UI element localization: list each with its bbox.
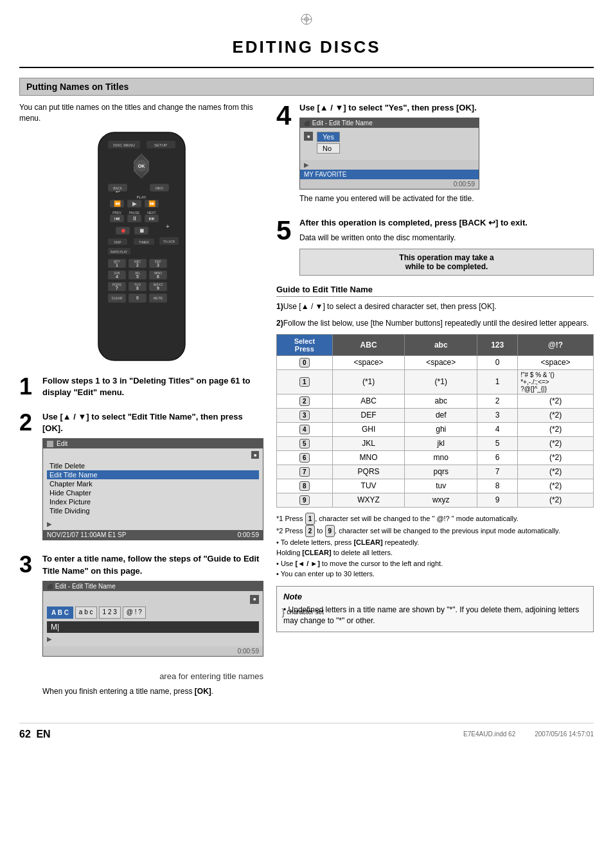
td-abc-lower-9: wxyz	[405, 493, 477, 507]
table-row: 8 TUV tuv 8 (*2)	[277, 479, 594, 493]
td-abc-lower-0: <space>	[405, 355, 477, 369]
step-2: 2 Use [▲ / ▼] to select "Edit Title Name…	[19, 411, 263, 544]
footer-date: 2007/05/16 14:57:01	[535, 731, 594, 738]
td-abc-5: JKL	[332, 436, 405, 450]
step-3: 3 To enter a title name, follow the step…	[19, 553, 263, 700]
svg-text:RAPID PLAY: RAPID PLAY	[110, 251, 127, 254]
svg-text:PAUSE: PAUSE	[129, 211, 139, 215]
svg-text:TIMER: TIMER	[139, 240, 149, 244]
td-abc-lower-2: abc	[405, 394, 477, 408]
footnotes: *1 Press 1, character set will be change…	[276, 513, 594, 580]
step-3-screen: ⬛ Edit - Edit Title Name ■ A B C a b c	[42, 581, 263, 657]
step-1-content: Follow steps 1 to 3 in "Deleting Titles"…	[42, 375, 263, 402]
td-special-9: (*2)	[518, 493, 594, 507]
step-5-heading: After this operation is completed, press…	[299, 217, 594, 229]
note-title: Note	[283, 592, 587, 601]
th-select-press: SelectPress	[277, 334, 333, 355]
svg-text:8: 8	[136, 286, 139, 290]
svg-text:PLAY: PLAY	[136, 195, 146, 199]
td-123-5: 5	[477, 436, 518, 450]
warning-box: This operation may take awhile to be com…	[299, 249, 594, 276]
td-special-2: (*2)	[518, 394, 594, 408]
td-123-9: 9	[477, 493, 518, 507]
td-special-8: (*2)	[518, 479, 594, 493]
step-3-screen-body: ■ A B C a b c 1 2 3 @ ! ? M| ▶	[43, 591, 263, 646]
btn-7: 7	[277, 465, 333, 479]
svg-text:NEXT: NEXT	[147, 211, 155, 215]
menu-item-5: Title Dividing	[47, 506, 259, 515]
step-4-screen-body: ■ Yes No	[300, 128, 479, 160]
area-label: area for entering title names	[42, 671, 263, 682]
svg-text:6: 6	[157, 274, 159, 279]
svg-text:⏹: ⏹	[138, 227, 144, 234]
table-row: 3 DEF def 3 (*2)	[277, 408, 594, 422]
footer-meta: E7E4AUD.indd 62 2007/05/16 14:57:01	[463, 731, 594, 738]
td-123-1: 1	[477, 369, 518, 394]
step-5-content: After this operation is completed, press…	[299, 217, 594, 276]
step-2-content: Use [▲ / ▼] to select "Edit Title Name",…	[42, 411, 263, 544]
screen-footer-left: NOV/21/07 11:00AM E1 SP	[47, 531, 126, 538]
td-123-6: 6	[477, 450, 518, 465]
td-abc-lower-3: def	[405, 408, 477, 422]
menu-item-1: Edit Title Name	[47, 470, 259, 479]
step-4: 4 Use [▲ / ▼] to select "Yes", then pres…	[276, 102, 594, 208]
td-123-4: 4	[477, 422, 518, 436]
table-row: 6 MNO mno 6 (*2)	[277, 450, 594, 465]
table-row: 9 WXYZ wxyz 9 (*2)	[277, 493, 594, 507]
svg-text:⏩: ⏩	[148, 200, 155, 208]
char-table: SelectPress ABC abc 123 @!? 0 <space> <s…	[276, 334, 594, 508]
td-123-3: 3	[477, 408, 518, 422]
footnote-2: *2 Press 2 to 9, character set will be c…	[276, 525, 594, 537]
td-abc-lower-7: pqrs	[405, 465, 477, 479]
td-abc-lower-4: ghi	[405, 422, 477, 436]
step-4-number: 4	[276, 102, 294, 129]
table-row: 2 ABC abc 2 (*2)	[277, 394, 594, 408]
td-special-6: (*2)	[518, 450, 594, 465]
screen-footer-right: 0:00:59	[238, 531, 259, 538]
td-special-4: (*2)	[518, 422, 594, 436]
step-2-number: 2	[19, 411, 37, 434]
top-decoration	[19, 13, 594, 28]
btn-5: 5	[277, 436, 333, 450]
td-special-1: !"# $ % & '()*+,-./:;<=>?@[]^_{|}	[518, 369, 594, 394]
page-footer: 62 EN E7E4AUD.indd 62 2007/05/16 14:57:0…	[19, 723, 594, 740]
menu-item-3: Hide Chapter	[47, 488, 259, 497]
svg-text:CLEAR: CLEAR	[111, 296, 122, 300]
step-2-screen: Edit ■ Title Delete Edit Title Name Chap…	[42, 438, 263, 540]
guide-title: Guide to Edit Title Name	[276, 285, 594, 297]
section-title: Putting Names on Titles	[19, 78, 594, 96]
svg-text:SKIP: SKIP	[114, 240, 121, 244]
footnote-4: • Use [◄ / ►] to move the cursor to the …	[276, 558, 594, 569]
td-abc-8: TUV	[332, 479, 405, 493]
btn-4: 4	[277, 422, 333, 436]
guide-instruction-1: 1)Use [▲ / ▼] to select a desired charac…	[276, 301, 594, 312]
page-header: EDITING DISCS	[19, 31, 594, 68]
svg-text:SETUP: SETUP	[154, 143, 166, 147]
svg-text:9: 9	[157, 286, 159, 290]
btn-6: 6	[277, 450, 333, 465]
step-4-screen: ⬛ Edit - Edit Title Name ■ Yes No	[299, 118, 479, 190]
th-123: 123	[477, 334, 518, 355]
btn-1: 1	[277, 369, 333, 394]
td-abc-lower-5: jkl	[405, 436, 477, 450]
svg-text:INFO: INFO	[155, 186, 163, 190]
svg-text:MUTE: MUTE	[153, 296, 163, 300]
step-4-heading: Use [▲ / ▼] to select "Yes", then press …	[299, 102, 594, 114]
td-special-5: (*2)	[518, 436, 594, 450]
menu-item-0: Title Delete	[47, 461, 259, 470]
svg-text:0: 0	[136, 296, 139, 300]
table-row: 0 <space> <space> 0 <space>	[277, 355, 594, 369]
td-special-7: (*2)	[518, 465, 594, 479]
step-2-screen-body: ■ Title Delete Edit Title Name Chapter M…	[43, 448, 263, 530]
step-1-text: Follow steps 1 to 3 in "Deleting Titles"…	[42, 375, 263, 398]
table-row: 4 GHI ghi 4 (*2)	[277, 422, 594, 436]
page-container: EDITING DISCS Putting Names on Titles Yo…	[0, 0, 613, 868]
table-row: 1 (*1) (*1) 1 !"# $ % & '()*+,-./:;<=>?@…	[277, 369, 594, 394]
svg-text:7: 7	[116, 286, 118, 290]
step-3-number: 3	[19, 553, 37, 576]
yesno-options: Yes No	[317, 132, 340, 154]
left-column: You can put title names on the titles an…	[19, 102, 263, 710]
step-1-number: 1	[19, 375, 37, 398]
td-abc-1: (*1)	[332, 369, 405, 394]
step-3-caption: When you finish entering a title name, p…	[42, 686, 263, 697]
